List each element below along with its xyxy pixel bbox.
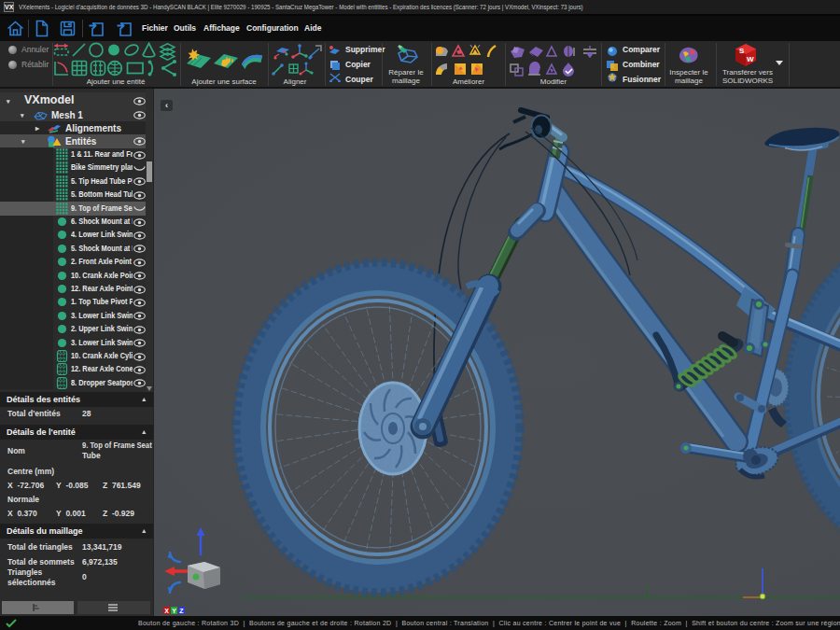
svg-text:Y: Y (172, 608, 176, 614)
svg-text:Z: Z (179, 608, 184, 614)
svg-text:S: S (739, 47, 745, 55)
svg-text:X: X (164, 608, 169, 614)
svg-text:W: W (747, 55, 754, 63)
